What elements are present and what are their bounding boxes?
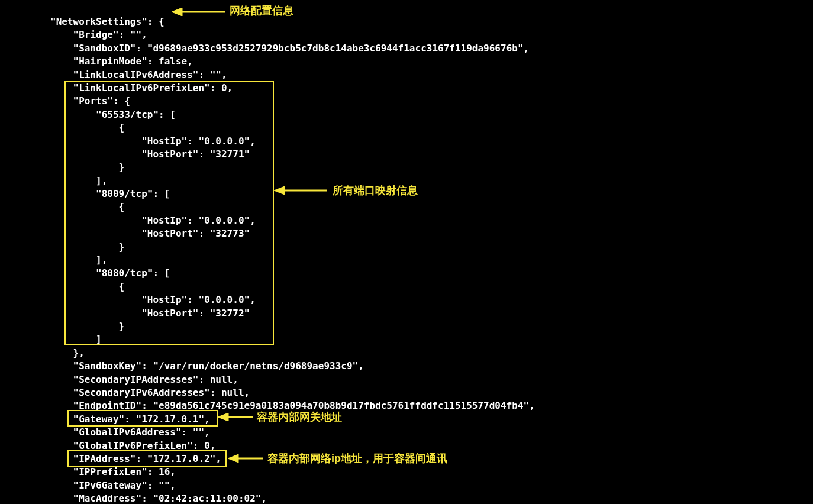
svg-marker-7 <box>228 454 238 463</box>
json-line: "IPPrefixLen": 16, <box>50 466 176 477</box>
json-line: "HairpinMode": false, <box>50 56 193 67</box>
json-line: "SandboxKey": "/var/run/docker/netns/d96… <box>50 360 364 371</box>
ipaddress-highlight-box <box>67 450 227 467</box>
gateway-highlight-box <box>67 410 218 427</box>
json-line: "GlobalIPv6Address": "", <box>50 427 210 438</box>
json-line: "SecondaryIPv6Addresses": null, <box>50 387 250 398</box>
ports-highlight-box <box>64 81 274 345</box>
arrow-ports <box>274 185 327 196</box>
annotation-ports: 所有端口映射信息 <box>333 183 418 198</box>
json-line: "NetworkSettings": { <box>50 16 164 27</box>
json-line: }, <box>50 347 85 358</box>
json-line: "LinkLocalIPv6Address": "", <box>50 69 227 80</box>
annotation-ipaddress: 容器内部网络ip地址，用于容器间通讯 <box>267 451 447 466</box>
json-line: "SecondaryIPAddresses": null, <box>50 374 238 385</box>
arrow-ipaddress <box>228 453 263 464</box>
annotation-gateway: 容器内部网关地址 <box>257 410 342 425</box>
json-line: "IPv6Gateway": "", <box>50 480 176 491</box>
json-line: "MacAddress": "02:42:ac:11:00:02", <box>50 493 267 504</box>
arrow-gateway <box>218 411 253 423</box>
svg-marker-5 <box>218 413 228 421</box>
svg-marker-3 <box>274 186 285 195</box>
arrow-network-settings <box>172 6 225 18</box>
svg-marker-1 <box>172 8 182 16</box>
json-line: "Bridge": "", <box>50 29 147 40</box>
json-line: "SandboxID": "d9689ae933c953d2527929bcb5… <box>50 43 529 54</box>
annotation-network-settings: 网络配置信息 <box>230 4 293 18</box>
json-line: "GlobalIPv6PrefixLen": 0, <box>50 440 215 451</box>
